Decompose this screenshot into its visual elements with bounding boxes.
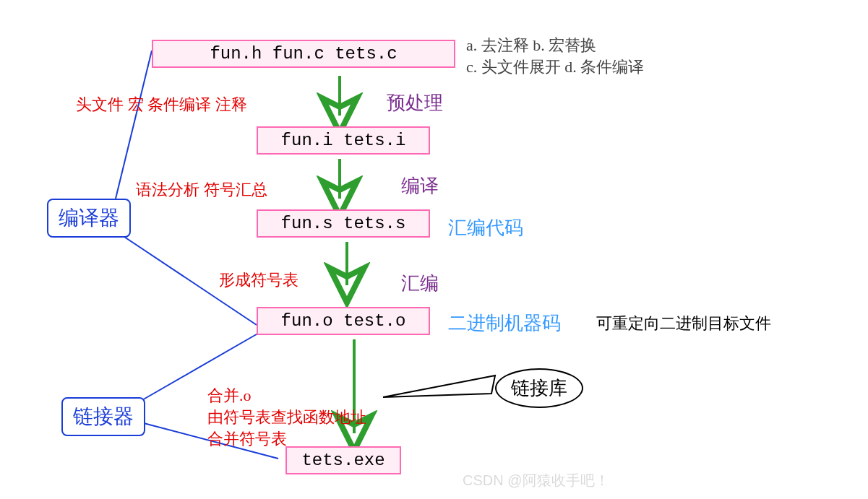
anno-preprocess: 头文件 宏 条件编译 注释 xyxy=(76,94,247,116)
anno-link2: 由符号表查找函数地址 xyxy=(207,407,366,428)
anno-compile: 语法分析 符号汇总 xyxy=(136,179,267,201)
linked-exe-box: tets.exe xyxy=(285,446,401,474)
anno-link3: 合并符号表 xyxy=(207,428,287,450)
stage-assemble: 汇编 xyxy=(401,271,439,296)
compiler-node: 编译器 xyxy=(47,199,131,238)
svg-line-4 xyxy=(116,51,152,199)
assembled-files-box: fun.o test.o xyxy=(257,307,430,335)
asm-code-label: 汇编代码 xyxy=(448,215,523,240)
linker-node: 链接器 xyxy=(61,397,145,436)
anno-assemble: 形成符号表 xyxy=(219,269,298,291)
top-note-line2: c. 头文件展开 d. 条件编译 xyxy=(466,56,644,78)
stage-compile: 编译 xyxy=(401,173,439,199)
bin-code-label: 二进制机器码 xyxy=(448,311,561,336)
anno-link1: 合并.o xyxy=(207,385,252,407)
compiled-files-box: fun.s tets.s xyxy=(257,209,430,238)
watermark: CSDN @阿猿收手吧！ xyxy=(463,471,609,490)
bin-desc-label: 可重定向二进制目标文件 xyxy=(596,313,771,334)
preprocessed-files-box: fun.i tets.i xyxy=(257,126,430,155)
top-note-line1: a. 去注释 b. 宏替换 xyxy=(466,35,596,56)
library-node: 链接库 xyxy=(495,368,583,408)
stage-preprocess: 预处理 xyxy=(387,90,443,116)
source-files-box: fun.h fun.c tets.c xyxy=(152,40,455,68)
